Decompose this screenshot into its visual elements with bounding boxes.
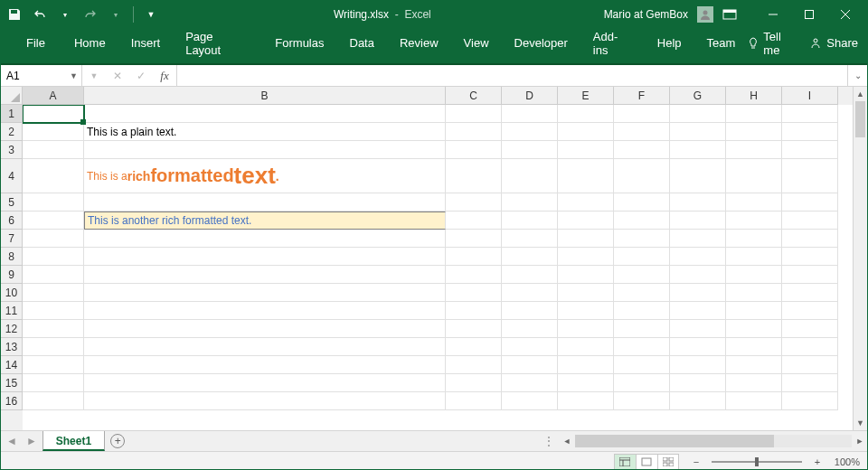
cell-H3[interactable]	[726, 141, 782, 159]
cell-E7[interactable]	[558, 230, 614, 248]
row-header-13[interactable]: 13	[1, 338, 23, 356]
cell-D3[interactable]	[502, 141, 558, 159]
cell-A4[interactable]	[23, 159, 84, 193]
formula-input[interactable]	[177, 65, 847, 86]
vertical-scrollbar[interactable]: ▲ ▼	[853, 87, 867, 430]
hscroll-thumb[interactable]	[575, 435, 774, 447]
tab-formulas[interactable]: Formulas	[262, 28, 336, 58]
zoom-level[interactable]: 100%	[835, 456, 860, 467]
enter-icon[interactable]: ✓	[129, 70, 153, 82]
cell-A10[interactable]	[23, 284, 84, 302]
cell-B5[interactable]	[84, 193, 446, 212]
cell-E12[interactable]	[558, 320, 614, 338]
scroll-up-icon[interactable]: ▲	[854, 87, 867, 101]
cell-C13[interactable]	[446, 338, 502, 356]
tab-data[interactable]: Data	[337, 28, 387, 58]
cell-B4[interactable]: This is a rich formatted text.	[84, 159, 446, 193]
cancel-icon[interactable]: ✕	[106, 70, 129, 82]
cell-H12[interactable]	[726, 320, 782, 338]
zoom-thumb[interactable]	[755, 457, 759, 466]
row-header-10[interactable]: 10	[1, 284, 23, 302]
cell-G5[interactable]	[670, 193, 726, 212]
cell-B8[interactable]	[84, 248, 446, 266]
tab-review[interactable]: Review	[387, 28, 451, 58]
cell-B7[interactable]	[84, 230, 446, 248]
tab-nav-prev-icon[interactable]: ◄	[6, 435, 17, 447]
expand-formula-bar-icon[interactable]: ⌄	[847, 65, 867, 86]
cell-B9[interactable]	[84, 266, 446, 284]
cell-G9[interactable]	[670, 266, 726, 284]
undo-icon[interactable]	[30, 5, 50, 24]
cell-F8[interactable]	[614, 248, 670, 266]
cell-D2[interactable]	[502, 123, 558, 141]
cell-B3[interactable]	[84, 141, 446, 159]
cell-C14[interactable]	[446, 356, 502, 374]
cell-D13[interactable]	[502, 338, 558, 356]
insert-function-icon[interactable]: fx	[153, 69, 176, 83]
redo-icon[interactable]	[80, 5, 100, 24]
tab-home[interactable]: Home	[61, 28, 118, 58]
tab-team[interactable]: Team	[694, 28, 749, 58]
cell-E10[interactable]	[558, 284, 614, 302]
cell-H9[interactable]	[726, 266, 782, 284]
cell-C16[interactable]	[446, 392, 502, 410]
cell-B13[interactable]	[84, 338, 446, 356]
cell-C11[interactable]	[446, 302, 502, 320]
cell-C8[interactable]	[446, 248, 502, 266]
cell-G8[interactable]	[670, 248, 726, 266]
cell-B14[interactable]	[84, 356, 446, 374]
cell-G1[interactable]	[670, 105, 726, 123]
cell-D1[interactable]	[502, 105, 558, 123]
row-header-5[interactable]: 5	[1, 193, 23, 212]
cell-G16[interactable]	[670, 392, 726, 410]
share-button[interactable]: Share	[810, 36, 858, 50]
row-header-7[interactable]: 7	[1, 230, 23, 248]
zoom-out-button[interactable]: −	[690, 456, 703, 467]
cell-I1[interactable]	[782, 105, 838, 123]
select-all-corner[interactable]	[1, 87, 23, 105]
col-header-I[interactable]: I	[782, 87, 838, 105]
cell-D5[interactable]	[502, 193, 558, 212]
cell-I10[interactable]	[782, 284, 838, 302]
cell-A15[interactable]	[23, 374, 84, 392]
cell-A2[interactable]	[23, 123, 84, 141]
cell-H14[interactable]	[726, 356, 782, 374]
page-break-view-button[interactable]	[657, 454, 679, 470]
scroll-down-icon[interactable]: ▼	[854, 416, 867, 430]
cell-C7[interactable]	[446, 230, 502, 248]
cell-H5[interactable]	[726, 193, 782, 212]
cell-A16[interactable]	[23, 392, 84, 410]
sheet-tab-active[interactable]: Sheet1	[42, 431, 105, 451]
cell-I9[interactable]	[782, 266, 838, 284]
undo-dropdown-icon[interactable]: ▾	[55, 5, 75, 24]
cell-F6[interactable]	[614, 212, 670, 230]
cell-I15[interactable]	[782, 374, 838, 392]
tab-developer[interactable]: Developer	[502, 28, 580, 58]
cell-grid[interactable]: This is a plain text.This is a rich form…	[23, 105, 853, 430]
horizontal-scrollbar[interactable]: ◄ ►	[560, 431, 867, 451]
zoom-in-button[interactable]: +	[811, 456, 824, 467]
cell-E14[interactable]	[558, 356, 614, 374]
col-header-G[interactable]: G	[670, 87, 726, 105]
normal-view-button[interactable]	[614, 454, 636, 470]
cell-G4[interactable]	[670, 159, 726, 193]
col-header-A[interactable]: A	[23, 87, 84, 105]
cell-I2[interactable]	[782, 123, 838, 141]
maximize-button[interactable]	[791, 1, 827, 28]
cell-A6[interactable]	[23, 212, 84, 230]
cell-G2[interactable]	[670, 123, 726, 141]
cell-E15[interactable]	[558, 374, 614, 392]
cell-F7[interactable]	[614, 230, 670, 248]
cell-E3[interactable]	[558, 141, 614, 159]
cell-E5[interactable]	[558, 193, 614, 212]
cell-G11[interactable]	[670, 302, 726, 320]
row-header-1[interactable]: 1	[1, 105, 23, 123]
cell-A1[interactable]	[23, 105, 84, 123]
cell-H8[interactable]	[726, 248, 782, 266]
cell-F5[interactable]	[614, 193, 670, 212]
scroll-left-icon[interactable]: ◄	[560, 437, 574, 446]
name-box-dropdown-icon[interactable]: ▼	[70, 71, 78, 80]
cell-E13[interactable]	[558, 338, 614, 356]
cell-D14[interactable]	[502, 356, 558, 374]
row-header-14[interactable]: 14	[1, 356, 23, 374]
